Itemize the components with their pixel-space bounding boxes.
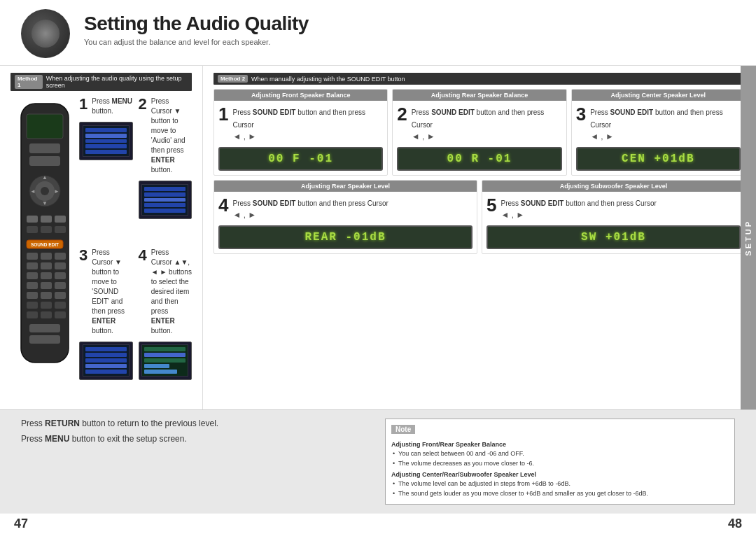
step-2-number: 2 — [139, 97, 147, 112]
front-speaker-section: Adjusting Front Speaker Balance 1 Press … — [214, 89, 388, 176]
svg-rect-23 — [41, 262, 52, 269]
step-3-row: 3 Press Cursor ▼ button to move to 'SOUN… — [79, 248, 133, 336]
remote-svg: ▲ ▼ ◄ ► SOUND EDIT — [14, 100, 76, 366]
method2-panel: Method 2 When manually adjusting with th… — [203, 66, 756, 409]
front-step-row: 1 Press SOUND EDIT button and then press… — [218, 105, 383, 141]
svg-rect-1 — [27, 114, 63, 139]
svg-rect-25 — [27, 272, 38, 279]
front-step-desc: Press SOUND EDIT button and then press C… — [232, 108, 365, 129]
center-step-num: 3 — [576, 105, 586, 123]
setup-tab-label: SETUP — [744, 220, 752, 256]
note-title: Note — [391, 425, 415, 434]
svg-rect-41 — [29, 335, 60, 344]
rear-balance-step-row: 2 Press SOUND EDIT button and then press… — [397, 105, 561, 141]
svg-rect-35 — [41, 302, 52, 309]
remote-control: ▲ ▼ ◄ ► SOUND EDIT — [10, 97, 72, 402]
sub-step-desc: Press SOUND EDIT button and then press C… — [500, 199, 656, 207]
center-step-row: 3 Press SOUND EDIT button and then press… — [576, 105, 741, 141]
footer: Press RETURN button to return to the pre… — [0, 409, 756, 513]
note-box: Note Adjusting Front/Rear Speaker Balanc… — [385, 419, 735, 505]
svg-text:SOUND EDIT: SOUND EDIT — [31, 242, 59, 247]
footer-return: Press RETURN button to return to the pre… — [21, 419, 371, 428]
svg-point-6 — [41, 187, 49, 195]
left-content: ▲ ▼ ◄ ► SOUND EDIT — [10, 97, 192, 402]
svg-text:◄: ◄ — [30, 188, 36, 195]
rear-level-lcd: REAR -01dB — [218, 225, 472, 249]
center-cursor: ◄ , ► — [590, 132, 741, 141]
svg-rect-39 — [55, 311, 66, 318]
method1-panel: Method 1 When adjusting the audio qualit… — [0, 66, 203, 409]
page-num-right: 48 — [728, 517, 742, 531]
svg-text:►: ► — [54, 188, 59, 195]
svg-rect-24 — [55, 262, 66, 269]
svg-text:▲: ▲ — [42, 174, 48, 181]
center-header: Adjusting Center Speaker Level — [572, 90, 745, 101]
sub-step-num: 5 — [486, 196, 496, 214]
main-content: Method 1 When adjusting the audio qualit… — [0, 66, 756, 409]
speaker-icon — [21, 9, 70, 58]
svg-rect-37 — [27, 311, 38, 318]
footer-left: Press RETURN button to return to the pre… — [21, 419, 371, 505]
svg-rect-19 — [27, 253, 38, 260]
note-section-2-title: Adjusting Center/Rear/Subwoofer Speaker … — [391, 471, 729, 478]
step-1: 1 Press MENU button. — [79, 97, 133, 242]
rear-level-header: Adjusting Rear Speaker Level — [214, 181, 477, 192]
step-1-screen — [79, 122, 133, 160]
front-lcd: 00 F -01 — [218, 147, 383, 171]
svg-rect-3 — [29, 156, 60, 166]
svg-rect-30 — [55, 282, 66, 289]
svg-rect-40 — [29, 324, 60, 332]
center-section: Adjusting Center Speaker Level 3 Press S… — [571, 89, 746, 176]
front-body: 1 Press SOUND EDIT button and then press… — [214, 101, 387, 175]
note-bullet-2: The volume decreases as you move closer … — [391, 459, 729, 469]
footer-right: Note Adjusting Front/Rear Speaker Balanc… — [385, 419, 735, 505]
rear-balance-section: Adjusting Rear Speaker Balance 2 Press S… — [392, 89, 566, 176]
svg-rect-28 — [27, 282, 38, 289]
step-3-text: Press Cursor ▼ button to move to 'SOUND … — [92, 248, 132, 336]
step-3: 3 Press Cursor ▼ button to move to 'SOUN… — [79, 248, 133, 403]
setup-tab: SETUP — [741, 66, 756, 409]
svg-rect-2 — [29, 143, 60, 153]
header: Setting the Audio Quality You can adjust… — [0, 0, 756, 66]
svg-rect-38 — [41, 311, 52, 318]
svg-rect-16 — [55, 226, 66, 233]
sub-lcd: SW +01dB — [486, 225, 741, 249]
step-4-row: 4 Press Cursor ▲▼, ◄ ► buttons to select… — [139, 248, 192, 336]
note-section-1-title: Adjusting Front/Rear Speaker Balance — [391, 441, 729, 448]
svg-rect-29 — [41, 282, 52, 289]
step-4-number: 4 — [139, 248, 147, 263]
svg-rect-22 — [27, 262, 38, 269]
svg-rect-33 — [55, 292, 66, 299]
svg-rect-15 — [41, 226, 52, 233]
note-bullet-4: The sound gets louder as you move closer… — [391, 489, 729, 499]
rear-balance-body: 2 Press SOUND EDIT button and then press… — [393, 101, 566, 175]
front-header: Adjusting Front Speaker Balance — [214, 90, 387, 101]
page-num-left: 47 — [14, 517, 28, 531]
sub-header: Adjusting Subwoofer Speaker Level — [482, 181, 745, 192]
rear-balance-cursor: ◄ , ► — [412, 132, 562, 141]
front-cursor: ◄ , ► — [232, 132, 383, 141]
step-3-screen — [79, 342, 133, 380]
step-4-text: Press Cursor ▲▼, ◄ ► buttons to select t… — [151, 248, 192, 336]
footer-menu: Press MENU button to exit the setup scre… — [21, 434, 371, 444]
sub-cursor: ◄ , ► — [500, 210, 656, 220]
svg-rect-32 — [41, 292, 52, 299]
rear-balance-step-num: 2 — [397, 105, 407, 123]
page-numbers: 47 48 — [0, 513, 756, 534]
rear-level-body: 4 Press SOUND EDIT button and then press… — [214, 192, 477, 253]
center-step-desc: Press SOUND EDIT button and then press C… — [590, 108, 723, 129]
svg-rect-13 — [55, 216, 66, 223]
sub-body: 5 Press SOUND EDIT button and then press… — [482, 192, 745, 253]
rear-level-section: Adjusting Rear Speaker Level 4 Press SOU… — [214, 180, 477, 254]
method2-badge: Method 2 — [218, 75, 248, 83]
method1-badge: Method 1 — [15, 75, 43, 89]
step-4-screen — [139, 342, 192, 380]
step-4: 4 Press Cursor ▲▼, ◄ ► buttons to select… — [139, 248, 192, 403]
rear-level-step-num: 4 — [218, 196, 228, 214]
header-text: Setting the Audio Quality You can adjust… — [84, 13, 309, 46]
steps-grid: 1 Press MENU button. — [79, 97, 192, 402]
rear-level-step-desc: Press SOUND EDIT button and then press C… — [232, 199, 388, 207]
method2-bar: Method 2 When manually adjusting with th… — [214, 73, 746, 85]
sub-section: Adjusting Subwoofer Speaker Level 5 Pres… — [482, 180, 746, 254]
rear-balance-lcd: 00 R -01 — [397, 147, 561, 171]
